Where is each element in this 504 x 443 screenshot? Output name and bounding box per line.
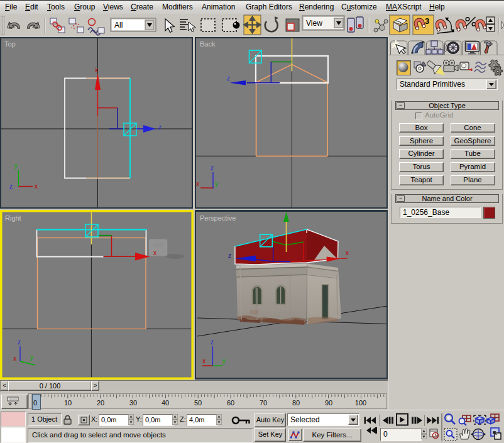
svg-text:x: x xyxy=(95,67,98,74)
svg-text:x: x xyxy=(153,249,156,256)
svg-text:Right: Right xyxy=(5,214,21,222)
svg-text:z: z xyxy=(228,252,231,259)
svg-text:x: x xyxy=(13,355,16,362)
svg-text:z: z xyxy=(18,339,21,346)
svg-text:z: z xyxy=(158,124,162,131)
svg-text:All: All xyxy=(114,21,123,30)
svg-text:x: x xyxy=(346,249,349,256)
svg-text:3: 3 xyxy=(425,16,429,26)
svg-text:y: y xyxy=(222,358,226,364)
svg-text:x: x xyxy=(202,358,205,364)
svg-text:y: y xyxy=(215,180,218,187)
svg-text:View: View xyxy=(306,19,322,28)
svg-text:x: x xyxy=(35,183,38,190)
svg-text:Back: Back xyxy=(200,40,216,48)
svg-text:x: x xyxy=(196,180,199,187)
svg-text:Perspective: Perspective xyxy=(200,214,236,222)
svg-text:y: y xyxy=(14,162,18,169)
svg-text:z: z xyxy=(9,183,13,190)
svg-text:z: z xyxy=(211,165,214,172)
svg-text:z: z xyxy=(211,339,214,346)
svg-text:z: z xyxy=(227,75,230,82)
svg-text:y: y xyxy=(30,354,33,361)
svg-text:Top: Top xyxy=(4,40,16,48)
